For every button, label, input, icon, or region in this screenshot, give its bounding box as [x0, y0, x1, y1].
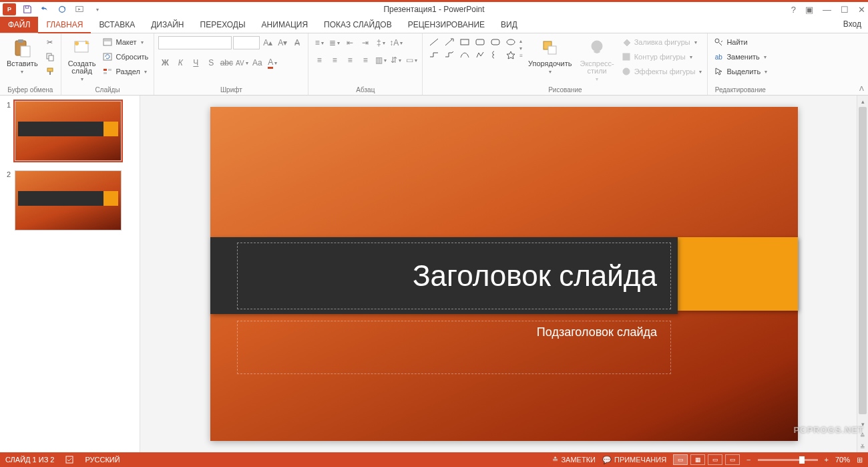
title-placeholder[interactable]: Заголовок слайда: [237, 243, 671, 309]
shape-oval-icon[interactable]: [503, 36, 518, 48]
shape-star-icon[interactable]: [503, 49, 518, 61]
italic-button[interactable]: К: [174, 56, 187, 69]
justify-button[interactable]: ≡: [359, 53, 372, 67]
shape-roundrect-icon[interactable]: [473, 36, 487, 48]
reading-view-button[interactable]: ▭: [708, 454, 722, 465]
copy-button[interactable]: [43, 51, 57, 63]
align-text-button[interactable]: ⇵: [389, 53, 403, 67]
normal-view-button[interactable]: ▭: [673, 454, 688, 465]
align-center-button[interactable]: ≡: [328, 53, 341, 67]
tab-review[interactable]: РЕЦЕНЗИРОВАНИЕ: [400, 17, 493, 33]
select-button[interactable]: Выделить: [712, 65, 769, 77]
help-icon[interactable]: ?: [791, 5, 796, 15]
shape-curve-icon[interactable]: [457, 49, 472, 61]
language-status[interactable]: РУССКИЙ: [85, 456, 120, 464]
tab-design[interactable]: ДИЗАЙН: [143, 17, 192, 33]
ribbon-display-icon[interactable]: ▣: [805, 5, 813, 15]
underline-button[interactable]: Ч: [189, 56, 202, 69]
shape-arrow-icon[interactable]: [442, 36, 457, 48]
slide-thumbnail-2[interactable]: [15, 170, 122, 230]
decrease-indent-button[interactable]: ⇤: [343, 36, 357, 49]
tab-insert[interactable]: ВСТАВКА: [91, 17, 143, 33]
shape-connector2-icon[interactable]: [442, 49, 457, 61]
zoom-handle[interactable]: [799, 456, 805, 464]
clear-formatting-icon[interactable]: A̶: [290, 36, 304, 49]
decrease-font-icon[interactable]: A▾: [276, 36, 289, 49]
scroll-thumb[interactable]: [859, 107, 867, 414]
minimize-icon[interactable]: ―: [823, 5, 831, 15]
gallery-more-icon[interactable]: ≡: [519, 53, 523, 59]
subtitle-placeholder[interactable]: Подзаголовок слайда: [237, 321, 671, 374]
spellcheck-icon[interactable]: [65, 455, 74, 464]
numbering-button[interactable]: ≣: [328, 36, 341, 49]
tab-file[interactable]: ФАЙЛ: [0, 17, 38, 33]
tab-home[interactable]: ГЛАВНАЯ: [38, 17, 91, 33]
shape-outline-button[interactable]: Контур фигуры: [620, 51, 704, 63]
slide-canvas[interactable]: Заголовок слайда Подзаголовок слайда: [210, 107, 798, 441]
tab-view[interactable]: ВИД: [493, 17, 525, 33]
maximize-icon[interactable]: ☐: [841, 5, 849, 15]
sign-in-link[interactable]: Вход: [843, 19, 861, 29]
gallery-up-icon[interactable]: ▴: [519, 38, 523, 44]
bullets-button[interactable]: ≡: [312, 36, 326, 49]
shape-roundrect2-icon[interactable]: [488, 36, 503, 48]
start-from-beginning-icon[interactable]: [73, 3, 85, 15]
bold-button[interactable]: Ж: [158, 56, 172, 69]
section-button[interactable]: Раздел: [101, 65, 150, 77]
tab-animation[interactable]: АНИМАЦИЯ: [254, 17, 316, 33]
sorter-view-button[interactable]: ▦: [690, 454, 705, 465]
find-button[interactable]: Найти: [712, 36, 769, 48]
collapse-ribbon-icon[interactable]: ᐱ: [859, 85, 864, 92]
fit-to-window-button[interactable]: ⊞: [857, 456, 863, 464]
quick-styles-button[interactable]: Экспресс- стили ▾: [578, 36, 617, 84]
zoom-in-button[interactable]: +: [825, 456, 829, 464]
increase-font-icon[interactable]: A▴: [261, 36, 274, 49]
increase-indent-button[interactable]: ⇥: [359, 36, 372, 49]
smartart-button[interactable]: ▭: [405, 53, 418, 67]
zoom-level[interactable]: 70%: [835, 456, 850, 464]
comments-button[interactable]: 💬 ПРИМЕЧАНИЯ: [602, 456, 666, 464]
change-case-button[interactable]: Aa: [250, 56, 264, 69]
shape-line-icon[interactable]: [427, 36, 441, 48]
undo-icon[interactable]: [39, 3, 51, 15]
tab-transitions[interactable]: ПЕРЕХОДЫ: [192, 17, 254, 33]
redo-icon[interactable]: [56, 3, 68, 15]
reset-button[interactable]: Сбросить: [101, 51, 150, 63]
qat-customize-icon[interactable]: [91, 3, 103, 15]
cut-button[interactable]: ✂: [43, 36, 57, 48]
zoom-slider[interactable]: [758, 459, 818, 461]
scroll-up-icon[interactable]: ▴: [857, 96, 868, 107]
paste-button[interactable]: Вставить ▾: [4, 36, 41, 76]
layout-button[interactable]: Макет: [101, 36, 150, 48]
slideshow-view-button[interactable]: ▭: [725, 454, 740, 465]
accent-orange-shape[interactable]: [678, 237, 798, 311]
shape-freeform-icon[interactable]: [473, 49, 487, 61]
save-icon[interactable]: [21, 3, 33, 15]
shape-fill-button[interactable]: Заливка фигуры: [620, 36, 704, 48]
next-slide-icon[interactable]: ≚: [857, 441, 868, 452]
font-size-combo[interactable]: [233, 36, 260, 49]
arrange-button[interactable]: Упорядочить ▾: [525, 36, 574, 76]
line-spacing-button[interactable]: ‡: [374, 36, 387, 49]
font-color-button[interactable]: A: [266, 56, 279, 69]
align-right-button[interactable]: ≡: [343, 53, 357, 67]
shapes-gallery[interactable]: [427, 36, 518, 61]
shadow-button[interactable]: S: [204, 56, 218, 69]
slide-thumbnail-1[interactable]: [15, 101, 122, 161]
shape-brace-icon[interactable]: [488, 49, 503, 61]
text-direction-button[interactable]: ↕A: [389, 36, 403, 49]
new-slide-button[interactable]: Создать слайд ▾: [65, 36, 99, 84]
format-painter-button[interactable]: [43, 65, 57, 77]
slide-counter[interactable]: СЛАЙД 1 ИЗ 2: [5, 456, 54, 464]
shape-rect-icon[interactable]: [457, 36, 472, 48]
gallery-down-icon[interactable]: ▾: [519, 45, 523, 51]
replace-button[interactable]: abЗаменить: [712, 51, 769, 63]
tab-slideshow[interactable]: ПОКАЗ СЛАЙДОВ: [316, 17, 400, 33]
font-name-combo[interactable]: [158, 36, 232, 49]
shape-connector1-icon[interactable]: [427, 49, 441, 61]
vertical-scrollbar[interactable]: ▴ ▾ ≙ ≚: [857, 96, 868, 452]
notes-button[interactable]: ≛ ЗАМЕТКИ: [552, 456, 596, 464]
align-left-button[interactable]: ≡: [312, 53, 326, 67]
char-spacing-button[interactable]: AV: [235, 56, 248, 69]
zoom-out-button[interactable]: −: [746, 456, 750, 464]
